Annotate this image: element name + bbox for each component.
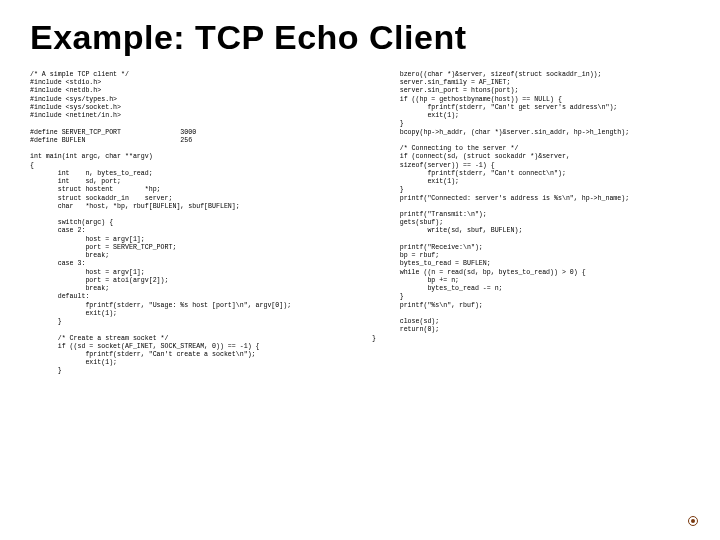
slide: Example: TCP Echo Client /* A simple TCP… xyxy=(0,0,720,540)
code-column-right: bzero((char *)&server, sizeof(struct soc… xyxy=(372,71,690,376)
slide-bullet-icon xyxy=(688,516,698,526)
code-column-left: /* A simple TCP client */ #include <stdi… xyxy=(30,71,348,376)
slide-title: Example: TCP Echo Client xyxy=(30,18,690,57)
code-area: /* A simple TCP client */ #include <stdi… xyxy=(30,71,690,376)
